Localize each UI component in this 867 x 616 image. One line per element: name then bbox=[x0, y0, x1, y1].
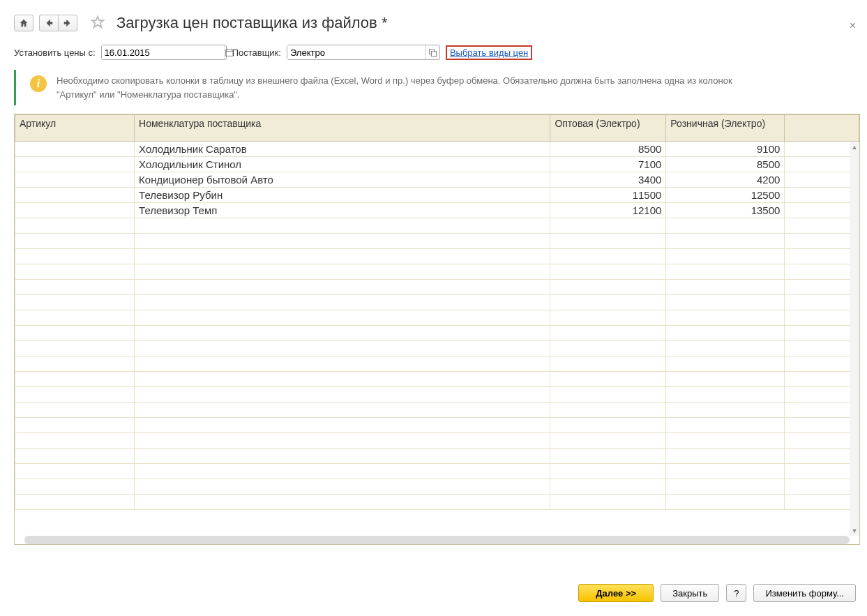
date-field[interactable] bbox=[101, 45, 227, 60]
table-row[interactable] bbox=[15, 449, 859, 464]
table-row[interactable] bbox=[15, 218, 859, 234]
cell-price2[interactable]: 13500 bbox=[666, 203, 785, 218]
table-row[interactable] bbox=[15, 341, 859, 356]
back-button[interactable] bbox=[39, 15, 58, 31]
cell-extra[interactable] bbox=[785, 142, 859, 157]
table-row[interactable] bbox=[15, 249, 859, 264]
col-article[interactable]: Артикул bbox=[15, 115, 135, 142]
cell-price2[interactable]: 4200 bbox=[666, 172, 785, 188]
scroll-up-icon[interactable]: ▲ bbox=[850, 142, 859, 152]
scroll-down-icon[interactable]: ▼ bbox=[850, 526, 859, 536]
table-row[interactable]: Холодильник Стинол71008500 bbox=[15, 157, 859, 172]
cell-price1[interactable]: 8500 bbox=[550, 142, 666, 157]
cell-price2[interactable]: 9100 bbox=[666, 142, 785, 157]
favorite-icon[interactable] bbox=[90, 15, 105, 32]
cell-article[interactable] bbox=[15, 157, 135, 172]
table-row[interactable] bbox=[15, 280, 859, 295]
supplier-input[interactable] bbox=[287, 45, 425, 59]
cell-nomenclature[interactable]: Холодильник Стинол bbox=[135, 157, 550, 172]
col-extra[interactable] bbox=[785, 115, 859, 142]
cell-extra[interactable] bbox=[785, 188, 859, 203]
cell-extra[interactable] bbox=[785, 157, 859, 172]
cell-price1[interactable]: 12100 bbox=[550, 203, 666, 218]
cell-price1[interactable]: 11500 bbox=[550, 188, 666, 203]
supplier-field[interactable] bbox=[287, 45, 440, 60]
info-icon: i bbox=[30, 75, 47, 92]
next-button[interactable]: Далее >> bbox=[578, 584, 654, 602]
col-price2[interactable]: Розничная (Электро) bbox=[666, 115, 785, 142]
vertical-scrollbar[interactable]: ▲ ▼ bbox=[850, 142, 859, 536]
col-price1[interactable]: Оптовая (Электро) bbox=[550, 115, 666, 142]
cell-nomenclature[interactable]: Кондиционер бытовой Авто bbox=[135, 172, 550, 188]
table-row[interactable] bbox=[15, 495, 859, 510]
date-label: Установить цены с: bbox=[14, 47, 96, 58]
info-panel: i Необходимо скопировать колонки в табли… bbox=[14, 70, 860, 105]
table-row[interactable] bbox=[15, 372, 859, 387]
col-nomenclature[interactable]: Номенклатура поставщика bbox=[135, 115, 550, 142]
select-price-types-link[interactable]: Выбрать виды цен bbox=[446, 45, 532, 60]
close-icon[interactable]: × bbox=[850, 20, 856, 32]
svg-rect-5 bbox=[431, 51, 436, 56]
cell-article[interactable] bbox=[15, 203, 135, 218]
table-row[interactable] bbox=[15, 433, 859, 449]
table-row[interactable] bbox=[15, 479, 859, 495]
help-button[interactable]: ? bbox=[726, 584, 746, 602]
table-row[interactable]: Телевизор Рубин1150012500 bbox=[15, 188, 859, 203]
forward-button[interactable] bbox=[58, 15, 77, 31]
cell-price2[interactable]: 12500 bbox=[666, 188, 785, 203]
horizontal-scrollbar[interactable] bbox=[24, 536, 850, 544]
open-list-icon[interactable] bbox=[425, 45, 439, 59]
edit-form-button[interactable]: Изменить форму... bbox=[753, 584, 856, 602]
price-grid[interactable]: Артикул Номенклатура поставщика Оптовая … bbox=[14, 114, 860, 545]
cell-article[interactable] bbox=[15, 142, 135, 157]
table-row[interactable] bbox=[15, 356, 859, 372]
table-row[interactable]: Холодильник Саратов85009100 bbox=[15, 142, 859, 157]
cell-article[interactable] bbox=[15, 188, 135, 203]
table-row[interactable] bbox=[15, 464, 859, 479]
table-row[interactable] bbox=[15, 418, 859, 433]
cell-article[interactable] bbox=[15, 172, 135, 188]
cell-price2[interactable]: 8500 bbox=[666, 157, 785, 172]
cell-price1[interactable]: 3400 bbox=[550, 172, 666, 188]
page-title: Загрузка цен поставщика из файлов * bbox=[116, 14, 387, 32]
table-row[interactable] bbox=[15, 295, 859, 310]
table-row[interactable] bbox=[15, 403, 859, 418]
table-row[interactable]: Кондиционер бытовой Авто34004200 bbox=[15, 172, 859, 188]
table-row[interactable] bbox=[15, 264, 859, 280]
close-button[interactable]: Закрыть bbox=[661, 584, 719, 602]
supplier-label: Поставщик: bbox=[232, 47, 281, 58]
date-input[interactable] bbox=[102, 45, 225, 59]
table-row[interactable] bbox=[15, 310, 859, 326]
cell-extra[interactable] bbox=[785, 203, 859, 218]
cell-nomenclature[interactable]: Телевизор Рубин bbox=[135, 188, 550, 203]
table-row[interactable] bbox=[15, 326, 859, 341]
cell-price1[interactable]: 7100 bbox=[550, 157, 666, 172]
table-row[interactable] bbox=[15, 234, 859, 249]
cell-nomenclature[interactable]: Телевизор Темп bbox=[135, 203, 550, 218]
cell-extra[interactable] bbox=[785, 172, 859, 188]
cell-nomenclature[interactable]: Холодильник Саратов bbox=[135, 142, 550, 157]
home-button[interactable] bbox=[14, 15, 33, 31]
table-row[interactable]: Телевизор Темп1210013500 bbox=[15, 203, 859, 218]
info-text: Необходимо скопировать колонки в таблицу… bbox=[56, 74, 754, 101]
table-row[interactable] bbox=[15, 387, 859, 403]
